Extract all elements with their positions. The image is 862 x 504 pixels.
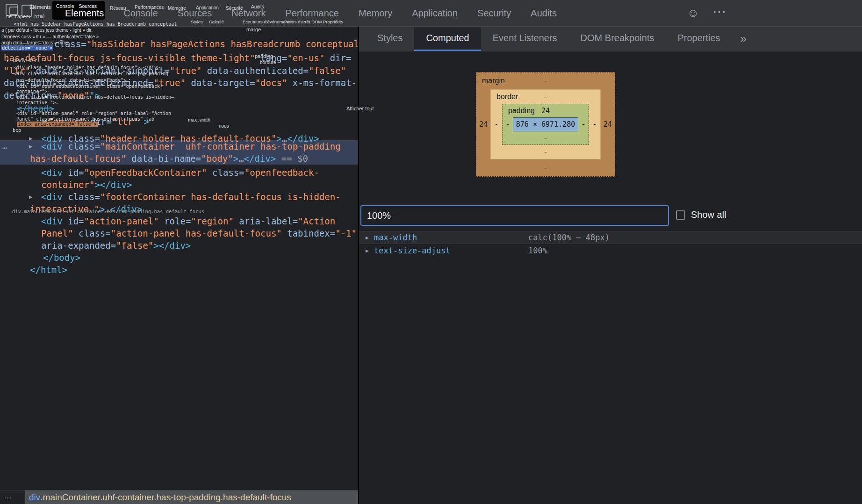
tab-memory[interactable]: Memory [349, 0, 402, 27]
attr-name-token: aria-label= [234, 216, 298, 226]
dom-node-html-close[interactable]: </html> [0, 264, 358, 276]
tab-sources[interactable]: Sources [168, 0, 222, 27]
attr-value-token: "en-us" [287, 53, 324, 63]
attr-name-token: id= [68, 216, 84, 226]
attr-value-token: "false" [309, 65, 346, 76]
attr-value-token: "openFeedbackContainer" [84, 167, 207, 178]
attr-name-token: data-target= [186, 78, 255, 88]
elements-dom-tree[interactable]: class="hasSidebar hasPageActions hasBrea… [0, 27, 358, 490]
more-tabs-icon[interactable]: » [732, 27, 755, 51]
margin-top-value[interactable]: - [543, 77, 547, 85]
attr-name-token: dir= [85, 116, 112, 127]
box-model-padding[interactable]: padding 24 - 876 × 6971.280 - - [502, 104, 589, 145]
attr-name-token: data-css-variant-support= [30, 65, 169, 76]
attr-value-token: "body" [201, 153, 233, 164]
border-top-value[interactable]: - [543, 93, 547, 101]
tab-network[interactable]: Network [222, 0, 275, 27]
breadcrumb-tag[interactable]: div [29, 492, 40, 503]
attr-name-token: id= [68, 167, 84, 178]
dom-line-html-attrs-4[interactable]: data-auth-status-determined="true" data-… [0, 77, 358, 89]
computed-pane: margin - 24 border - - [359, 51, 862, 504]
dom-node-main-container[interactable]: <div class="mainContainer uhf-container … [0, 140, 358, 165]
dollar-zero-token: == $0 [276, 153, 308, 164]
breadcrumb-overflow-icon[interactable]: … [4, 491, 12, 501]
attr-value-token: "action-panel has-default-focus" [111, 228, 282, 238]
attr-value-token: "ltr" [112, 116, 138, 127]
margin-bottom-value[interactable]: - [543, 164, 547, 172]
margin-right-value[interactable]: 24 [601, 120, 615, 129]
tag-token: <div [41, 192, 68, 202]
tab-elements[interactable]: Elements [55, 0, 114, 27]
expand-arrow-icon[interactable]: ▶ [366, 235, 374, 241]
dom-line-html-attrs-1[interactable]: class="hasSidebar hasPageActions hasBrea… [0, 38, 358, 50]
dom-node-open-feedback[interactable]: <div id="openFeedbackContainer" class="o… [0, 166, 358, 191]
dom-node-action-panel[interactable]: <div id="action-panel" role="region" ari… [0, 215, 358, 252]
elements-breadcrumb-bar: … div.mainContainer.uhf-container.has-to… [0, 490, 358, 504]
tab-properties[interactable]: Properties [666, 27, 732, 51]
margin-left-value[interactable]: 24 [476, 120, 490, 129]
dom-line-body-attrs[interactable]: ="en-us" dir="ltr" > [0, 115, 358, 128]
sidebar-tab-bar: Styles Computed Event Listeners DOM Brea… [359, 27, 862, 51]
attr-value-token: "true" [170, 65, 202, 76]
tab-application[interactable]: Application [402, 0, 467, 27]
tab-event-listeners[interactable]: Event Listeners [481, 27, 569, 51]
tag-token: > [138, 116, 149, 127]
tab-security[interactable]: Security [467, 0, 521, 27]
expand-arrow-icon[interactable]: ▶ [366, 248, 374, 254]
dom-line-head-close[interactable]: </head> [0, 102, 358, 115]
more-options-icon[interactable]: ⋯ [712, 3, 727, 20]
tag-token: > [100, 204, 105, 214]
tag-token: <div [41, 141, 68, 151]
attr-name-token: class= [68, 141, 100, 151]
tab-performance[interactable]: Performance [276, 0, 349, 27]
main-tab-bar: Elements Console Sources Network Perform… [55, 0, 567, 27]
attr-name-token: detection= [4, 90, 57, 101]
border-bottom-value[interactable]: - [543, 148, 547, 156]
border-left-value[interactable]: - [491, 120, 502, 129]
breadcrumb-classes: .mainContainer.uhf-container.has-top-pad… [40, 492, 291, 503]
tab-computed[interactable]: Computed [414, 27, 481, 51]
border-label: border [496, 90, 518, 104]
tab-styles[interactable]: Styles [366, 27, 414, 51]
dom-node-body-close[interactable]: </body> [0, 252, 358, 264]
attr-value-token: "ltr" [4, 65, 30, 76]
computed-property-row[interactable]: ▶ max-width calc(100% – 48px) [359, 231, 862, 244]
tab-console[interactable]: Console [114, 0, 167, 27]
attr-name-token: class= [73, 228, 111, 238]
dom-node-footer-container[interactable]: <div class="footerContainer has-default-… [0, 191, 358, 215]
device-toolbar-icon[interactable] [22, 5, 32, 17]
breadcrumb[interactable]: div.mainContainer.uhf-container.has-top-… [25, 490, 358, 504]
tag-token: </div> [244, 153, 276, 164]
tag-token: ></div> [94, 180, 132, 190]
show-all-checkbox[interactable] [676, 210, 685, 220]
dom-line-html-attrs-2[interactable]: has-default-focus js-focus-visible theme… [0, 52, 358, 64]
computed-property-row[interactable]: ▶ text-size-adjust 100% [359, 244, 862, 257]
attr-name-token: role= [159, 216, 191, 226]
attr-value-token: "hasSidebar hasPageActions hasBreadcrumb… [86, 39, 358, 49]
devtools-main-toolbar: Console Sources Elements Console Sources… [0, 0, 862, 27]
dom-line-html-attrs-5[interactable]: detection="none""> [0, 89, 358, 101]
code-noise: = [42, 116, 47, 127]
property-name: text-size-adjust [374, 246, 528, 255]
computed-filter-input[interactable] [360, 205, 669, 226]
show-all-label[interactable]: Show all [691, 209, 726, 220]
border-right-value[interactable]: - [589, 120, 600, 129]
padding-top-value[interactable]: 24 [541, 107, 550, 115]
ellipsis-token: … [238, 153, 244, 164]
box-model-border[interactable]: border - - padding 24 - [490, 89, 601, 159]
box-model-diagram: margin - 24 border - - [476, 72, 615, 177]
padding-bottom-value[interactable]: - [543, 134, 547, 142]
panel-resize-divider[interactable] [358, 27, 359, 504]
box-model-content-size[interactable]: 876 × 6971.280 [513, 117, 578, 131]
dom-line-html-attrs-3[interactable]: "ltr" data-css-variant-support="true" da… [0, 65, 358, 77]
attr-value-token: "false" [116, 240, 153, 251]
box-model-margin[interactable]: margin - 24 border - - [476, 72, 615, 177]
feedback-smiley-icon[interactable]: ☺ [687, 6, 699, 20]
tag-token: </html> [30, 265, 67, 275]
tab-audits[interactable]: Audits [521, 0, 567, 27]
attr-value-token: has-default-focus js-focus-visible theme… [4, 53, 255, 63]
padding-left-value[interactable]: - [503, 120, 513, 129]
padding-right-value[interactable]: - [578, 120, 589, 129]
tab-dom-breakpoints[interactable]: DOM Breakpoints [569, 27, 666, 51]
tag-token: <div [41, 167, 68, 178]
